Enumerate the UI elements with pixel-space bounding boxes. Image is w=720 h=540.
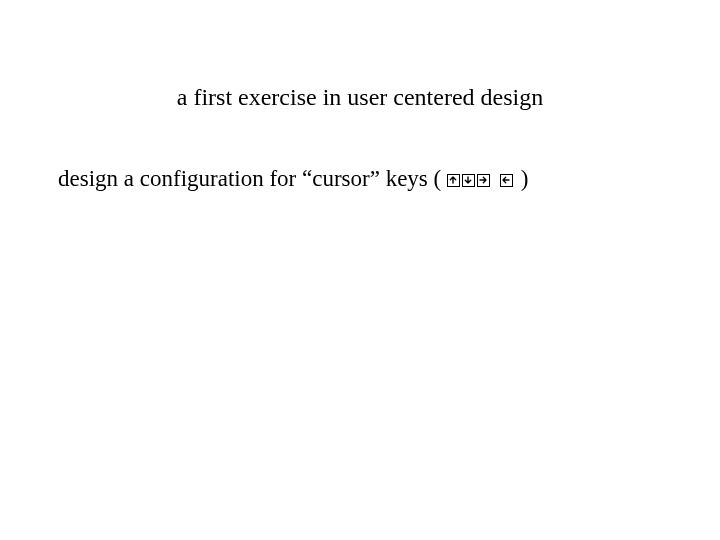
body-line: design a configuration for “cursor” keys… — [58, 166, 528, 191]
arrow-up-key — [447, 174, 460, 187]
arrow-left-key — [500, 174, 513, 187]
arrow-down-key — [462, 174, 475, 187]
body-suffix: ) — [521, 166, 529, 191]
arrow-right-key — [477, 174, 490, 187]
body-prefix: design a configuration for “cursor” keys… — [58, 166, 441, 191]
cursor-keys-group — [447, 166, 521, 191]
slide-title: a first exercise in user centered design — [0, 84, 720, 110]
slide: a first exercise in user centered design… — [0, 0, 720, 540]
